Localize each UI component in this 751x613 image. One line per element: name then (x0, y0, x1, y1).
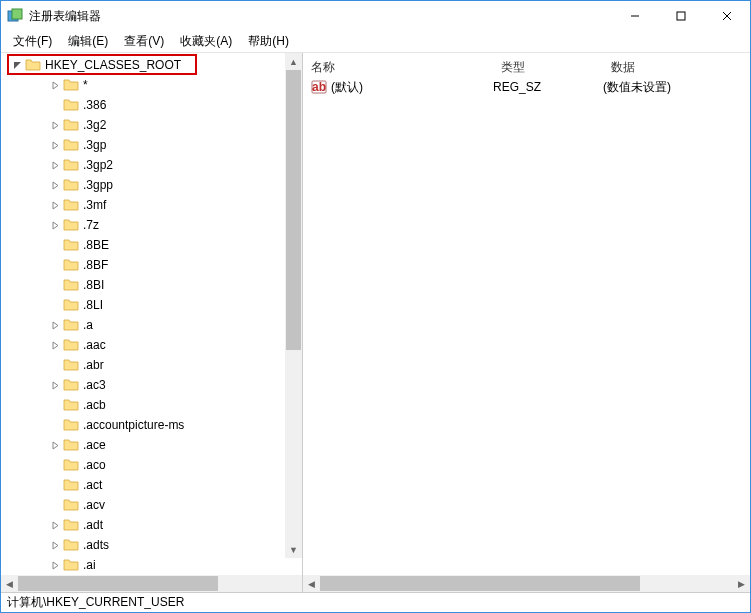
tree-item[interactable]: .adt (1, 515, 302, 535)
scroll-thumb[interactable] (320, 576, 640, 591)
scroll-up-button[interactable]: ▲ (285, 53, 302, 70)
tree-item[interactable]: .aco (1, 455, 302, 475)
tree-item[interactable]: .acb (1, 395, 302, 415)
status-path: 计算机\HKEY_CURRENT_USER (7, 594, 184, 611)
tree-item[interactable]: * (1, 75, 302, 95)
folder-icon (63, 298, 79, 312)
tree-item-label: HKEY_CLASSES_ROOT (45, 58, 185, 72)
folder-icon (63, 498, 79, 512)
expand-toggle[interactable] (49, 541, 61, 550)
tree-item[interactable]: .accountpicture-ms (1, 415, 302, 435)
tree-item[interactable]: .8LI (1, 295, 302, 315)
tree-item-label: .7z (83, 218, 103, 232)
tree-item[interactable]: .acv (1, 495, 302, 515)
tree-item[interactable]: .ai (1, 555, 302, 575)
tree-item[interactable]: .ac3 (1, 375, 302, 395)
scroll-right-button[interactable]: ▶ (733, 575, 750, 592)
expand-toggle[interactable] (49, 201, 61, 210)
list-horizontal-scrollbar[interactable]: ◀ ▶ (303, 575, 750, 592)
tree[interactable]: HKEY_CLASSES_ROOT*.386.3g2.3gp.3gp2.3gpp… (1, 53, 302, 575)
expand-toggle[interactable] (49, 181, 61, 190)
tree-item-label: .3gpp (83, 178, 117, 192)
tree-item[interactable]: .adts (1, 535, 302, 555)
list-row[interactable]: ab(默认)REG_SZ(数值未设置) (303, 77, 750, 97)
folder-icon (63, 478, 79, 492)
tree-item-label: .8BI (83, 278, 108, 292)
tree-item[interactable]: .ace (1, 435, 302, 455)
expand-toggle[interactable] (49, 561, 61, 570)
scroll-track[interactable] (285, 70, 302, 541)
scroll-thumb[interactable] (286, 70, 301, 350)
scroll-left-button[interactable]: ◀ (1, 575, 18, 592)
tree-item-label: .aac (83, 338, 110, 352)
scroll-down-button[interactable]: ▼ (285, 541, 302, 558)
expand-toggle[interactable] (49, 521, 61, 530)
tree-item[interactable]: HKEY_CLASSES_ROOT (1, 55, 302, 75)
statusbar: 计算机\HKEY_CURRENT_USER (1, 592, 750, 612)
maximize-button[interactable] (658, 1, 704, 31)
folder-icon (63, 218, 79, 232)
scroll-thumb[interactable] (18, 576, 218, 591)
tree-item[interactable]: .abr (1, 355, 302, 375)
minimize-button[interactable] (612, 1, 658, 31)
column-header-data[interactable]: 数据 (603, 59, 750, 76)
tree-item[interactable]: .386 (1, 95, 302, 115)
folder-icon (63, 178, 79, 192)
close-button[interactable] (704, 1, 750, 31)
column-header-name[interactable]: 名称 (303, 59, 493, 76)
tree-item[interactable]: .aac (1, 335, 302, 355)
value-type: REG_SZ (493, 80, 603, 94)
tree-item-label: .acv (83, 498, 109, 512)
menu-favorites[interactable]: 收藏夹(A) (172, 31, 240, 52)
column-header-type[interactable]: 类型 (493, 59, 603, 76)
tree-item[interactable]: .3mf (1, 195, 302, 215)
expand-toggle[interactable] (49, 141, 61, 150)
expand-toggle[interactable] (49, 381, 61, 390)
tree-item-label: .acb (83, 398, 110, 412)
tree-item-label: .3gp (83, 138, 110, 152)
scroll-track[interactable] (320, 575, 733, 592)
list-body[interactable]: ab(默认)REG_SZ(数值未设置) (303, 77, 750, 575)
menu-view[interactable]: 查看(V) (116, 31, 172, 52)
tree-item[interactable]: .3gpp (1, 175, 302, 195)
menu-file[interactable]: 文件(F) (5, 31, 60, 52)
folder-icon (63, 258, 79, 272)
tree-item-label: .adts (83, 538, 113, 552)
tree-item[interactable]: .3g2 (1, 115, 302, 135)
menu-help[interactable]: 帮助(H) (240, 31, 297, 52)
expand-toggle[interactable] (49, 321, 61, 330)
menu-edit[interactable]: 编辑(E) (60, 31, 116, 52)
scroll-track[interactable] (18, 575, 285, 592)
expand-toggle[interactable] (49, 221, 61, 230)
expand-toggle[interactable] (49, 121, 61, 130)
tree-item-label: .aco (83, 458, 110, 472)
tree-item[interactable]: .7z (1, 215, 302, 235)
folder-icon (63, 378, 79, 392)
scroll-left-button[interactable]: ◀ (303, 575, 320, 592)
tree-item-label: .accountpicture-ms (83, 418, 188, 432)
tree-vertical-scrollbar[interactable]: ▲ ▼ (285, 53, 302, 558)
expand-toggle[interactable] (49, 341, 61, 350)
expand-toggle[interactable] (11, 61, 23, 70)
tree-item[interactable]: .act (1, 475, 302, 495)
tree-item[interactable]: .8BE (1, 235, 302, 255)
expand-toggle[interactable] (49, 441, 61, 450)
folder-icon (63, 438, 79, 452)
tree-item[interactable]: .8BI (1, 275, 302, 295)
tree-item[interactable]: .8BF (1, 255, 302, 275)
folder-icon (63, 538, 79, 552)
folder-icon (63, 138, 79, 152)
folder-icon (63, 238, 79, 252)
tree-item-label: * (83, 78, 92, 92)
folder-icon (63, 358, 79, 372)
tree-item[interactable]: .a (1, 315, 302, 335)
folder-icon (63, 418, 79, 432)
tree-item[interactable]: .3gp (1, 135, 302, 155)
expand-toggle[interactable] (49, 81, 61, 90)
tree-item[interactable]: .3gp2 (1, 155, 302, 175)
tree-horizontal-scrollbar[interactable]: ◀ ▶ (1, 575, 302, 592)
folder-icon (63, 558, 79, 572)
tree-item-label: .act (83, 478, 106, 492)
tree-pane: HKEY_CLASSES_ROOT*.386.3g2.3gp.3gp2.3gpp… (1, 53, 303, 592)
expand-toggle[interactable] (49, 161, 61, 170)
